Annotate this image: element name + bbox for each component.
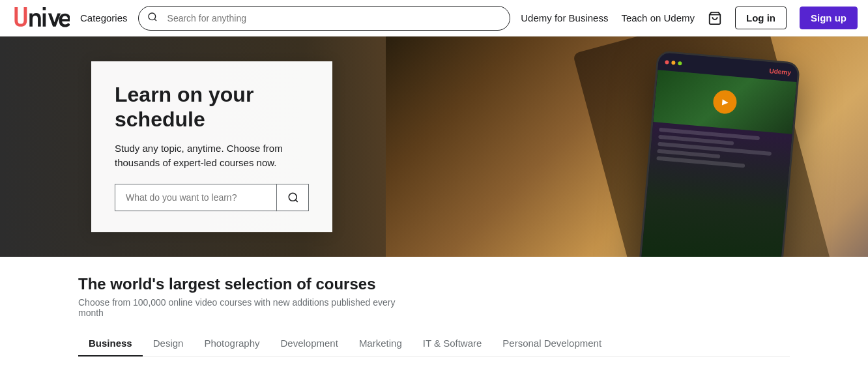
hero-title: Learn on your schedule: [115, 82, 309, 132]
hero-search-bar[interactable]: [115, 184, 309, 211]
courses-section-subtitle: Choose from 100,000 online video courses…: [78, 297, 404, 318]
courses-tabs: BusinessDesignPhotographyDevelopmentMark…: [78, 331, 790, 356]
hero-section: Udemy ▶ Learn on your schedule Study any…: [0, 36, 868, 257]
tab-business[interactable]: Business: [78, 331, 143, 356]
svg-point-0: [149, 13, 156, 20]
cart-icon[interactable]: [708, 11, 722, 25]
hero-subtitle: Study any topic, anytime. Choose from th…: [115, 141, 309, 171]
business-link[interactable]: Udemy for Business: [521, 12, 608, 23]
hero-search-icon: [287, 192, 299, 203]
navbar-search-bar[interactable]: [138, 6, 511, 31]
teach-link[interactable]: Teach on Udemy: [621, 12, 695, 23]
navbar-right-actions: Udemy for Business Teach on Udemy Log in…: [521, 7, 858, 29]
navbar: Categories Udemy for Business Teach on U…: [0, 0, 868, 36]
courses-section-title: The world's largest selection of courses: [78, 275, 790, 293]
udemy-logo[interactable]: [10, 7, 70, 29]
tab-development[interactable]: Development: [270, 331, 348, 356]
phone-mockup: Udemy ▶: [636, 50, 800, 257]
tab-marketing[interactable]: Marketing: [349, 331, 412, 356]
signup-button[interactable]: Sign up: [800, 7, 858, 29]
hero-search-button[interactable]: [276, 184, 309, 211]
navbar-search-icon: [147, 12, 158, 25]
courses-section: The world's largest selection of courses…: [0, 257, 868, 356]
tab-photography[interactable]: Photography: [194, 331, 270, 356]
hero-image: Udemy ▶: [386, 36, 868, 257]
svg-point-2: [289, 193, 297, 201]
tab-design[interactable]: Design: [143, 331, 194, 356]
hero-card: Learn on your schedule Study any topic, …: [91, 61, 332, 232]
navbar-search-input[interactable]: [138, 6, 511, 31]
categories-link[interactable]: Categories: [80, 12, 128, 23]
login-button[interactable]: Log in: [735, 7, 787, 29]
tab-it-software[interactable]: IT & Software: [412, 331, 493, 356]
tab-personal-development[interactable]: Personal Development: [492, 331, 612, 356]
